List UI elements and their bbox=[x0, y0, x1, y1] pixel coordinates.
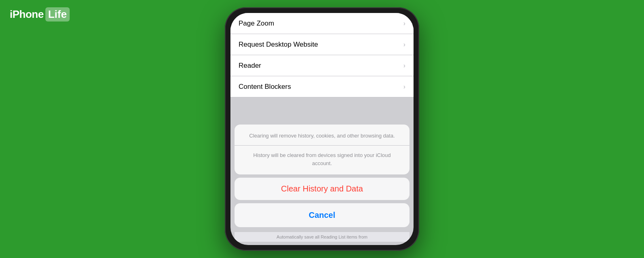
page-zoom-label: Page Zoom bbox=[239, 19, 274, 28]
cancel-label: Cancel bbox=[309, 211, 335, 219]
chevron-icon: › bbox=[403, 62, 405, 69]
request-desktop-label: Request Desktop Website bbox=[239, 41, 318, 49]
logo-iphone-text: iPhone bbox=[10, 8, 44, 21]
phone-screen: Page Zoom › Request Desktop Website › Re… bbox=[230, 13, 414, 245]
chevron-icon: › bbox=[403, 20, 405, 27]
content-blockers-label: Content Blockers bbox=[239, 83, 291, 91]
clear-history-label: Clear History and Data bbox=[281, 184, 363, 193]
chevron-icon: › bbox=[403, 41, 405, 48]
phone-frame: Page Zoom › Request Desktop Website › Re… bbox=[225, 7, 419, 251]
settings-item-desktop-website[interactable]: Request Desktop Website › bbox=[230, 34, 414, 55]
clear-history-button[interactable]: Clear History and Data bbox=[235, 178, 409, 200]
logo-life-text: Life bbox=[45, 7, 70, 22]
clearing-info-text: Clearing will remove history, cookies, a… bbox=[243, 132, 401, 140]
chevron-icon: › bbox=[403, 83, 405, 90]
brand-logo: iPhone Life bbox=[10, 7, 70, 22]
icloud-info-text: History will be cleared from devices sig… bbox=[243, 151, 401, 167]
settings-item-reader[interactable]: Reader › bbox=[230, 55, 414, 76]
action-sheet-info: Clearing will remove history, cookies, a… bbox=[235, 125, 409, 175]
divider bbox=[235, 145, 409, 146]
reader-label: Reader bbox=[239, 62, 261, 70]
action-sheet-container: Clearing will remove history, cookies, a… bbox=[230, 97, 414, 245]
reading-list-text: Automatically save all Reading List item… bbox=[277, 234, 367, 239]
settings-item-page-zoom[interactable]: Page Zoom › bbox=[230, 13, 414, 34]
cancel-button[interactable]: Cancel bbox=[235, 203, 409, 227]
settings-item-content-blockers[interactable]: Content Blockers › bbox=[230, 76, 414, 97]
settings-list: Page Zoom › Request Desktop Website › Re… bbox=[230, 13, 414, 97]
reading-list-hint: Automatically save all Reading List item… bbox=[235, 232, 409, 242]
